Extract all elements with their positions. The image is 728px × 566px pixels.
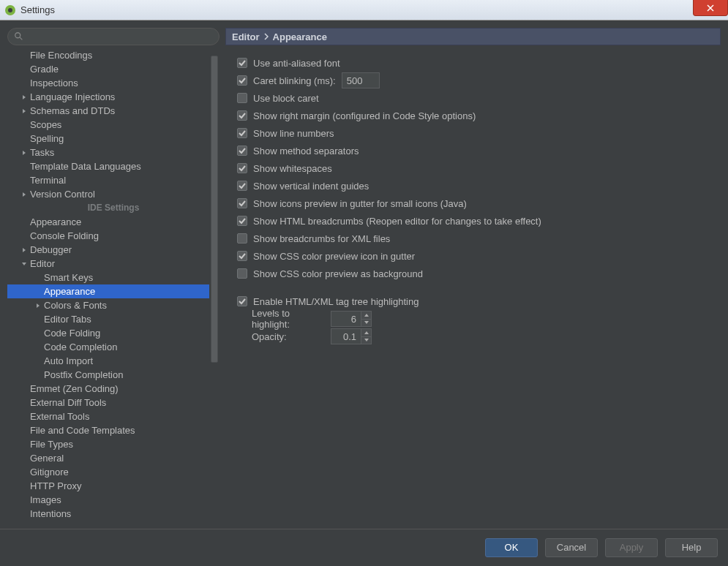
setting-row: Show CSS color preview icon in gutter: [237, 247, 709, 265]
checkbox[interactable]: [237, 146, 247, 156]
tree-item[interactable]: File Encodings: [7, 48, 219, 62]
tree-item-label: Postfix Completion: [44, 369, 123, 380]
window-title: Settings: [20, 4, 55, 15]
tree-item-label: Smart Keys: [44, 272, 93, 283]
tree-item[interactable]: General: [7, 451, 219, 465]
checkbox[interactable]: [237, 216, 247, 226]
setting-label: Show right margin (configured in Code St…: [253, 110, 476, 121]
checkbox[interactable]: [237, 233, 247, 244]
spinner-up[interactable]: [361, 329, 371, 337]
cancel-button[interactable]: Cancel: [545, 538, 598, 557]
setting-label: Show CSS color preview as background: [253, 268, 423, 279]
checkbox[interactable]: [237, 75, 247, 86]
tree-item[interactable]: Editor Tabs: [7, 312, 219, 326]
spinner[interactable]: [331, 311, 372, 327]
tree-item[interactable]: Template Data Languages: [7, 159, 219, 173]
svg-point-1: [8, 8, 12, 12]
setting-label: Show line numbers: [253, 128, 334, 139]
tree-item-label: Colors & Fonts: [44, 300, 107, 311]
checkbox[interactable]: [237, 198, 247, 208]
tree-item-label: Gitignore: [30, 467, 69, 478]
checkbox[interactable]: [237, 58, 247, 68]
tree-item[interactable]: Inspections: [7, 76, 219, 90]
caret-blink-input[interactable]: [342, 72, 380, 88]
checkbox[interactable]: [237, 268, 247, 279]
checkbox[interactable]: [237, 251, 247, 261]
tree-item-label: Inspections: [30, 78, 78, 88]
checkbox[interactable]: [237, 296, 247, 306]
spinner[interactable]: [331, 328, 372, 344]
tree-item[interactable]: HTTP Proxy: [7, 479, 219, 493]
chevron-right-icon: [264, 33, 269, 40]
tree-item[interactable]: Auto Import: [7, 354, 219, 368]
tree-item-label: File Encodings: [30, 50, 92, 61]
tree-item-label: File Types: [30, 439, 73, 450]
tree-item[interactable]: Smart Keys: [7, 271, 219, 284]
tree-item[interactable]: External Diff Tools: [7, 396, 219, 410]
tree-item[interactable]: Appearance: [7, 284, 219, 298]
tree-item-label: Auto Import: [44, 355, 93, 366]
tree-item-label: Tasks: [30, 147, 54, 158]
tree-item-label: Code Folding: [44, 328, 100, 339]
tree-item[interactable]: Console Folding: [7, 229, 219, 243]
tree-item[interactable]: Postfix Completion: [7, 368, 219, 382]
tree-item-label: External Tools: [30, 411, 89, 422]
button-bar: OK Cancel Apply Help: [0, 529, 728, 565]
tree-item[interactable]: Gitignore: [7, 465, 219, 479]
tree-item[interactable]: Debugger: [7, 243, 219, 257]
setting-label: Use block caret: [253, 93, 319, 104]
tree-item[interactable]: Colors & Fonts: [7, 298, 219, 312]
breadcrumb-current: Appearance: [273, 31, 327, 42]
setting-label: Show vertical indent guides: [253, 181, 369, 192]
tree-item[interactable]: Gradle: [7, 62, 219, 76]
tree-item[interactable]: Code Folding: [7, 326, 219, 340]
tree-item[interactable]: Version Control: [7, 187, 219, 201]
tree-item[interactable]: File Types: [7, 437, 219, 451]
tree-item-label: Scopes: [30, 119, 61, 130]
tree-item[interactable]: File and Code Templates: [7, 423, 219, 437]
tree-item[interactable]: Tasks: [7, 146, 219, 159]
tree-item-label: Intentions: [30, 508, 71, 519]
help-button[interactable]: Help: [665, 538, 718, 557]
spinner-down[interactable]: [361, 337, 371, 344]
checkbox[interactable]: [237, 181, 247, 191]
tree-item[interactable]: Spelling: [7, 132, 219, 146]
spinner-down[interactable]: [361, 320, 371, 327]
apply-button: Apply: [605, 538, 658, 557]
tree-item-label: Debugger: [30, 244, 72, 255]
tree-item[interactable]: Language Injections: [7, 90, 219, 104]
tree-scrollbar[interactable]: [209, 48, 219, 529]
tree-item[interactable]: External Tools: [7, 410, 219, 423]
app-icon: [4, 4, 16, 16]
setting-label: Show icons preview in gutter for small i…: [253, 198, 467, 209]
setting-row: Show HTML breadcrumbs (Reopen editor for…: [237, 212, 709, 230]
tree-item[interactable]: Images: [7, 493, 219, 507]
setting-label: Opacity:: [252, 331, 325, 342]
spinner-up[interactable]: [361, 312, 371, 320]
tree-item[interactable]: Schemas and DTDs: [7, 104, 219, 118]
spinner-input[interactable]: [331, 311, 361, 327]
spinner-input[interactable]: [331, 328, 361, 344]
tree-item-label: External Diff Tools: [30, 397, 106, 408]
tree-item-label: Gradle: [30, 64, 59, 75]
tree-item[interactable]: Terminal: [7, 173, 219, 187]
tree-item-label: Template Data Languages: [30, 161, 141, 172]
tree-item-label: Language Injections: [30, 91, 115, 102]
tree-item[interactable]: Intentions: [7, 507, 219, 521]
checkbox[interactable]: [237, 110, 247, 121]
tree-item[interactable]: Editor: [7, 257, 219, 271]
tree-item-label: Editor: [30, 258, 55, 269]
search-input[interactable]: [7, 28, 219, 45]
tree-item[interactable]: Code Completion: [7, 340, 219, 354]
checkbox[interactable]: [237, 93, 247, 103]
tree-item[interactable]: Scopes: [7, 118, 219, 132]
tree-item[interactable]: Appearance: [7, 215, 219, 229]
scrollbar-thumb[interactable]: [211, 56, 218, 363]
tree-item[interactable]: Emmet (Zen Coding): [7, 382, 219, 396]
ok-button[interactable]: OK: [485, 538, 538, 557]
checkbox[interactable]: [237, 163, 247, 173]
settings-tree[interactable]: File EncodingsGradleInspectionsLanguage …: [7, 48, 219, 529]
tree-item-label: Code Completion: [44, 342, 117, 352]
close-button[interactable]: [693, 0, 728, 16]
checkbox[interactable]: [237, 128, 247, 138]
